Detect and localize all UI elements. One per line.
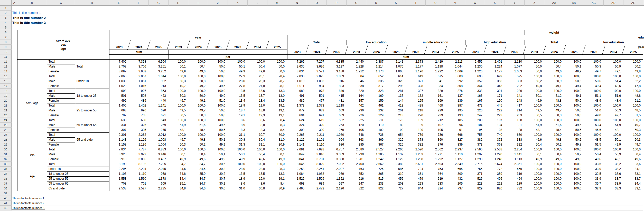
table-cell[interactable]: 50,1 bbox=[228, 64, 248, 69]
table-cell[interactable]: 193 bbox=[445, 113, 465, 118]
table-cell[interactable]: 100,0 bbox=[544, 59, 564, 64]
table-cell[interactable]: 1.141 bbox=[287, 142, 307, 147]
table-cell[interactable]: 1.560 bbox=[129, 176, 149, 181]
table-cell[interactable]: 33,6 bbox=[604, 171, 623, 176]
table-cell[interactable]: 693 bbox=[109, 108, 129, 113]
table-cell[interactable]: 705 bbox=[129, 113, 149, 118]
table-cell[interactable]: 100,0 bbox=[623, 132, 643, 137]
table-cell[interactable]: 3.389 bbox=[327, 152, 347, 157]
table-cell[interactable]: 50,4 bbox=[188, 64, 208, 69]
row-label[interactable]: Female bbox=[47, 128, 75, 132]
table-cell[interactable]: 100,0 bbox=[544, 147, 564, 152]
table-cell[interactable]: 3.697 bbox=[109, 69, 129, 74]
table-cell[interactable]: 31,0 bbox=[228, 186, 248, 191]
table-cell[interactable]: 1.293 bbox=[465, 157, 485, 162]
table-cell[interactable]: 49,9 bbox=[604, 142, 623, 147]
table-cell[interactable]: 824 bbox=[426, 186, 445, 191]
table-cell[interactable]: 8,4 bbox=[267, 128, 287, 132]
table-cell[interactable]: 88 bbox=[505, 128, 525, 132]
table-cell[interactable]: 51,2 bbox=[544, 93, 564, 98]
table-cell[interactable]: 19,0 bbox=[248, 103, 267, 108]
table-cell[interactable]: 51,6 bbox=[188, 123, 208, 128]
table-cell[interactable]: 372 bbox=[485, 137, 505, 142]
table-cell[interactable]: 33,9 bbox=[584, 167, 604, 171]
table-cell[interactable]: 2.007 bbox=[327, 167, 347, 171]
table-cell[interactable]: 50,0 bbox=[267, 64, 287, 69]
table-cell[interactable]: 30,9 bbox=[267, 142, 287, 147]
table-cell[interactable]: 139 bbox=[445, 98, 465, 103]
year-cell[interactable]: 2023 bbox=[465, 50, 485, 54]
table-cell[interactable]: 30,7 bbox=[248, 132, 267, 137]
table-cell[interactable]: 1.101 bbox=[307, 137, 327, 142]
table-cell[interactable]: 100,0 bbox=[544, 167, 564, 171]
table-cell[interactable]: 50,2 bbox=[623, 64, 643, 69]
table-cell[interactable]: 417 bbox=[505, 103, 525, 108]
year-cell[interactable]: 2023 bbox=[347, 50, 366, 54]
table-cell[interactable]: 3.251 bbox=[149, 64, 169, 69]
table-cell[interactable]: 33,7 bbox=[623, 176, 643, 181]
table-cell[interactable]: 100,0 bbox=[525, 118, 544, 123]
table-cell[interactable]: 2.294 bbox=[129, 167, 149, 171]
table-cell[interactable]: 1.141 bbox=[505, 152, 525, 157]
table-cell[interactable]: 3.197 bbox=[327, 64, 347, 69]
table-cell[interactable]: 2.674 bbox=[485, 162, 505, 167]
row-header-29[interactable]: 29 bbox=[0, 142, 12, 147]
table-cell[interactable]: 51,0 bbox=[208, 98, 228, 103]
table-cell[interactable]: 707 bbox=[109, 113, 129, 118]
table-cell[interactable]: 100,0 bbox=[604, 89, 623, 93]
table-cell[interactable]: 986 bbox=[327, 142, 347, 147]
table-cell[interactable]: 33,6 bbox=[584, 162, 604, 167]
table-cell[interactable]: 1.158 bbox=[109, 142, 129, 147]
table-cell[interactable]: 2.349 bbox=[445, 162, 465, 167]
table-cell[interactable]: 100,0 bbox=[564, 118, 584, 123]
table-cell[interactable]: 18,9 bbox=[228, 176, 248, 181]
age-label[interactable]: 25 to under 55 bbox=[75, 103, 109, 118]
table-cell[interactable]: 1.522 bbox=[287, 176, 307, 181]
table-cell[interactable]: 49,9 bbox=[228, 157, 248, 162]
table-cell[interactable]: 7.358 bbox=[129, 59, 149, 64]
table-cell[interactable]: 2.472 bbox=[307, 186, 327, 191]
column-header-Y[interactable]: Y bbox=[505, 0, 525, 6]
table-cell[interactable]: 50,4 bbox=[584, 152, 604, 157]
table-cell[interactable]: 137 bbox=[445, 93, 465, 98]
table-cell[interactable]: 338 bbox=[347, 84, 366, 89]
table-cell[interactable]: 34,4 bbox=[169, 176, 188, 181]
table-cell[interactable]: 100,0 bbox=[525, 171, 544, 176]
table-cell[interactable]: 50,5 bbox=[169, 113, 188, 118]
table-cell[interactable]: 335 bbox=[366, 79, 386, 84]
table-cell[interactable]: 2.235 bbox=[149, 186, 169, 191]
table-cell[interactable]: 2.520 bbox=[406, 147, 426, 152]
table-cell[interactable]: 341 bbox=[426, 79, 445, 84]
table-cell[interactable]: 491 bbox=[287, 93, 307, 98]
table-cell[interactable]: 415 bbox=[327, 93, 347, 98]
table-cell[interactable]: 1.039 bbox=[109, 79, 129, 84]
table-cell[interactable]: 2.419 bbox=[426, 59, 445, 64]
table-cell[interactable]: 100,0 bbox=[623, 89, 643, 93]
table-cell[interactable]: 630 bbox=[129, 118, 149, 123]
row-group-label-0[interactable]: sex / age bbox=[17, 59, 47, 147]
table-cell[interactable]: 8,3 bbox=[248, 128, 267, 132]
table-cell[interactable]: 2.693 bbox=[426, 162, 445, 167]
row-header-37[interactable]: 37 bbox=[0, 181, 12, 186]
table-cell[interactable]: 211 bbox=[366, 118, 386, 123]
row-header-35[interactable]: 35 bbox=[0, 171, 12, 176]
table-cell[interactable]: 1.214 bbox=[366, 64, 386, 69]
table-cell[interactable]: 50,4 bbox=[525, 142, 544, 147]
table-cell[interactable]: 1.402 bbox=[129, 103, 149, 108]
table-cell[interactable]: 8,3 bbox=[228, 128, 248, 132]
select-all-corner[interactable] bbox=[0, 0, 12, 6]
table-cell[interactable]: 50,3 bbox=[169, 79, 188, 84]
table-cell[interactable]: 50,5 bbox=[564, 128, 584, 132]
table-cell[interactable]: 748 bbox=[347, 132, 366, 137]
table-cell[interactable]: 100,0 bbox=[584, 74, 604, 79]
table-cell[interactable]: 997 bbox=[129, 89, 149, 93]
table-cell[interactable]: 2.141 bbox=[386, 59, 406, 64]
table-cell[interactable]: 3.910 bbox=[109, 157, 129, 162]
table-cell[interactable]: 1.053 bbox=[505, 69, 525, 74]
table-cell[interactable]: 371 bbox=[465, 171, 485, 176]
table-cell[interactable]: 319 bbox=[505, 171, 525, 176]
table-cell[interactable]: 100,0 bbox=[525, 103, 544, 108]
table-cell[interactable]: 683 bbox=[307, 108, 327, 113]
table-cell[interactable]: 2.045 bbox=[149, 167, 169, 171]
row-header-23[interactable]: 23 bbox=[0, 113, 12, 118]
